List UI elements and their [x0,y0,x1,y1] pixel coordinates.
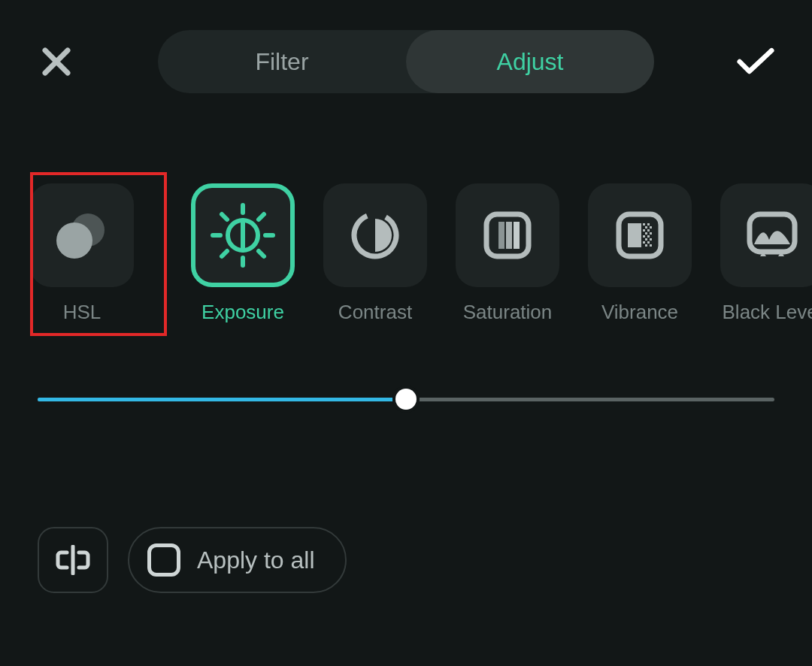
tab-bar: Filter Adjust [158,30,654,93]
tab-adjust[interactable]: Adjust [406,30,654,93]
svg-rect-16 [514,222,520,249]
compare-button[interactable] [38,527,108,593]
svg-rect-15 [506,222,512,249]
svg-rect-18 [628,223,641,247]
tool-vibrance[interactable]: Vibrance [588,183,692,324]
svg-line-11 [222,251,227,256]
svg-line-9 [259,251,264,256]
tab-filter[interactable]: Filter [158,30,406,93]
blacklevel-icon [744,207,801,264]
apply-to-all-label: Apply to all [197,546,315,574]
close-button[interactable] [38,43,75,80]
compare-icon [55,545,91,575]
svg-rect-30 [650,238,652,241]
svg-line-10 [259,214,264,219]
apply-to-all-checkbox[interactable] [147,543,180,577]
vibrance-icon [611,207,668,264]
close-icon [41,46,72,77]
svg-point-1 [56,223,92,259]
tool-exposure-tile[interactable] [191,183,295,287]
check-icon [737,47,774,77]
svg-rect-20 [647,223,650,226]
tool-vibrance-tile[interactable] [588,183,692,287]
adjust-tools-row: HSL Exposure [0,93,812,324]
svg-rect-34 [650,244,652,247]
tool-hsl-label: HSL [63,301,102,324]
svg-rect-22 [650,226,652,229]
tool-contrast[interactable]: Contrast [323,183,427,324]
slider-fill [38,398,406,401]
slider-thumb[interactable] [395,389,417,410]
svg-rect-24 [647,229,650,232]
tool-blacklevel-tile[interactable] [720,183,812,287]
svg-rect-28 [647,235,650,238]
saturation-icon [479,207,536,264]
tool-hsl-tile[interactable] [30,183,134,287]
tool-blacklevel-label: Black Level [723,301,812,324]
tool-blacklevel[interactable]: Black Level [720,183,812,324]
svg-rect-19 [643,223,645,226]
tool-saturation-label: Saturation [463,301,553,324]
tool-saturation[interactable]: Saturation [456,183,559,324]
contrast-icon [347,207,404,264]
confirm-button[interactable] [737,43,774,80]
exposure-slider[interactable] [38,384,774,414]
svg-rect-23 [643,229,645,232]
svg-rect-27 [643,235,645,238]
svg-rect-25 [645,232,647,235]
svg-rect-26 [650,232,652,235]
apply-to-all-button[interactable]: Apply to all [128,527,347,593]
hsl-icon [52,209,112,262]
exposure-icon [205,198,280,273]
tool-exposure[interactable]: Exposure [191,183,295,324]
svg-rect-33 [645,244,647,247]
svg-rect-31 [643,241,645,244]
svg-rect-14 [498,222,504,249]
svg-rect-29 [645,238,647,241]
tool-contrast-label: Contrast [338,301,412,324]
tool-hsl[interactable]: HSL [30,183,134,324]
tool-exposure-label: Exposure [201,301,284,324]
svg-rect-32 [647,241,650,244]
tool-saturation-tile[interactable] [456,183,559,287]
tool-vibrance-label: Vibrance [601,301,678,324]
svg-line-8 [222,214,227,219]
svg-rect-21 [645,226,647,229]
tool-contrast-tile[interactable] [323,183,427,287]
svg-rect-35 [750,214,795,252]
